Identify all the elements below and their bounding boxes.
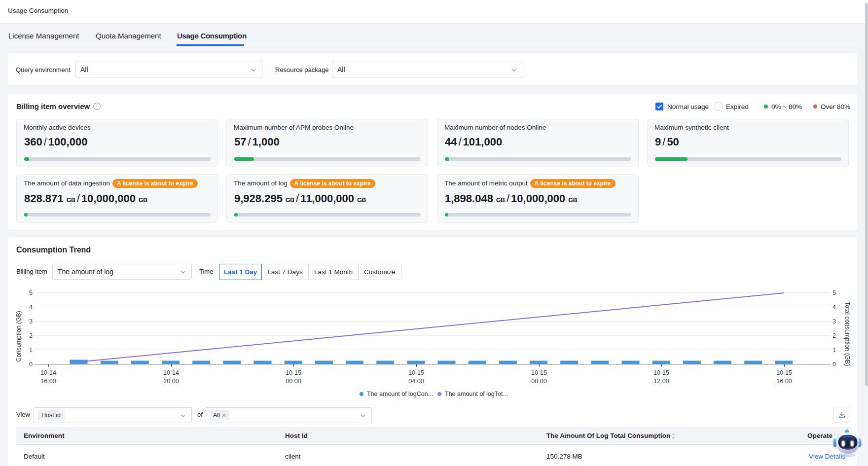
svg-text:10-15: 10-15 — [286, 369, 301, 376]
svg-text:0: 0 — [29, 361, 33, 368]
svg-text:2: 2 — [832, 332, 836, 339]
svg-text:00:00: 00:00 — [286, 378, 301, 385]
svg-text:1: 1 — [29, 347, 33, 354]
svg-text:3: 3 — [29, 318, 33, 325]
svg-text:16:00: 16:00 — [776, 378, 792, 385]
svg-text:10-14: 10-14 — [163, 369, 179, 376]
svg-text:08:00: 08:00 — [531, 378, 546, 385]
svg-text:10-15: 10-15 — [531, 369, 547, 376]
svg-text:10-15: 10-15 — [408, 369, 424, 376]
svg-text:4: 4 — [29, 304, 33, 311]
svg-text:3: 3 — [832, 318, 836, 325]
svg-text:10-14: 10-14 — [40, 369, 56, 376]
svg-text:5: 5 — [832, 289, 836, 296]
svg-text:10-15: 10-15 — [653, 369, 669, 376]
svg-text:16:00: 16:00 — [40, 378, 56, 385]
svg-text:4: 4 — [832, 304, 836, 311]
svg-text:10-15: 10-15 — [776, 369, 792, 376]
svg-text:5: 5 — [29, 289, 33, 296]
svg-text:1: 1 — [832, 347, 836, 354]
svg-text:0: 0 — [832, 361, 836, 368]
svg-text:2: 2 — [29, 332, 33, 339]
svg-text:04:00: 04:00 — [408, 378, 424, 385]
svg-text:20:00: 20:00 — [163, 378, 179, 385]
svg-text:12:00: 12:00 — [653, 378, 669, 385]
svg-text:Consumption (GB): Consumption (GB) — [15, 311, 22, 362]
svg-text:Total consumption (GB): Total consumption (GB) — [844, 302, 851, 366]
